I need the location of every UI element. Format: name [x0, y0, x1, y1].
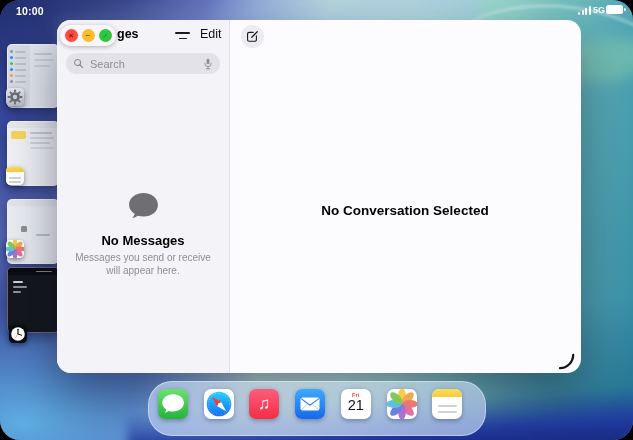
sidebar-empty-subtitle: Messages you send or receive will appear… [67, 252, 219, 277]
close-button[interactable]: × [65, 29, 78, 42]
battery-icon [606, 5, 623, 14]
edit-button[interactable]: Edit [200, 27, 222, 41]
microphone-icon[interactable] [203, 58, 213, 70]
dock-notes-icon[interactable] [432, 389, 462, 419]
settings-gear-icon[interactable] [6, 88, 24, 106]
network-type-label: 5G [593, 5, 605, 15]
notes-icon[interactable] [6, 167, 24, 185]
clock-icon[interactable] [9, 325, 27, 343]
window-controls: × − ↕ [60, 25, 116, 46]
sidebar-empty-state: No Messages Messages you send or receive… [57, 191, 229, 277]
sidebar-empty-title: No Messages [57, 233, 229, 248]
dock-calendar-icon[interactable]: Fri 21 [341, 389, 371, 419]
dock-music-icon[interactable]: ♫ [249, 389, 279, 419]
notes-thumb-toolbar [8, 122, 58, 128]
window-title-fragment: ges [117, 27, 139, 41]
stage-thumbnail-clock[interactable] [7, 267, 59, 333]
messages-window: × − ↕ ges Edit [57, 20, 581, 373]
notes-thumb-selected-note [11, 131, 26, 139]
search-bar [66, 53, 220, 74]
search-input[interactable] [88, 57, 199, 71]
dock-mail-icon[interactable] [295, 389, 325, 419]
conversation-filter-icon[interactable] [175, 32, 190, 40]
cellular-signal-icon [578, 6, 591, 15]
chat-bubble-icon [127, 191, 160, 222]
dock-safari-icon[interactable] [204, 389, 234, 419]
ipad-screen: 10:00 5G [0, 0, 633, 440]
dock-photos-icon[interactable] [387, 389, 417, 419]
magnifier-icon [73, 58, 84, 69]
compose-icon [246, 30, 259, 43]
clock-thumb-toolbar [8, 268, 58, 275]
status-time: 10:00 [16, 5, 44, 17]
calendar-day: 21 [341, 397, 371, 413]
photos-flower-icon[interactable] [6, 240, 24, 258]
photos-thumb-toolbar [8, 200, 58, 206]
compose-button[interactable] [241, 25, 264, 48]
notes-icon-header [432, 389, 462, 397]
dock-messages-icon[interactable] [158, 389, 188, 419]
chat-bubble-icon [158, 389, 188, 419]
photos-flower-icon [387, 389, 417, 419]
photos-thumb-photo [21, 226, 27, 232]
dock: ♫ Fri 21 [148, 381, 486, 436]
detail-empty-title: No Conversation Selected [229, 203, 581, 218]
window-resize-handle[interactable] [557, 352, 575, 370]
zoom-button[interactable]: ↕ [99, 29, 112, 42]
music-note-glyph: ♫ [249, 389, 279, 419]
minimize-button[interactable]: − [82, 29, 95, 42]
envelope-icon [300, 397, 320, 411]
